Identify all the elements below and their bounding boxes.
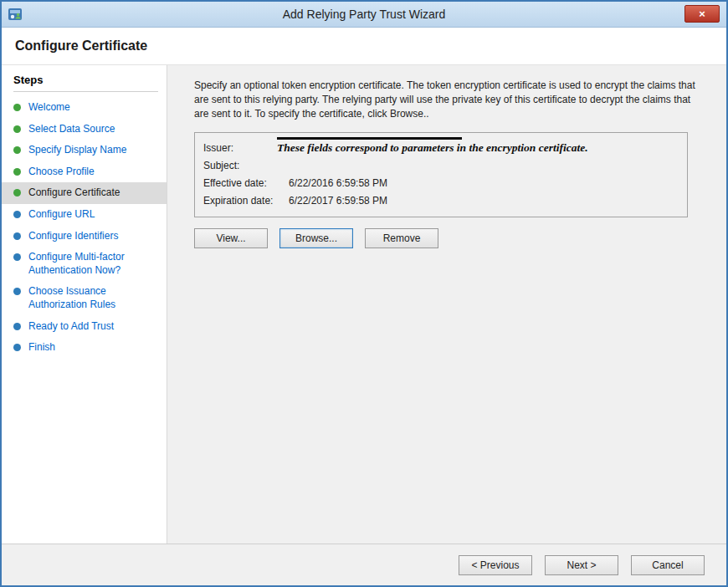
previous-button[interactable]: < Previous — [459, 555, 532, 575]
expiration-date-row: Expiration date: 6/22/2017 6:59:58 PM — [203, 192, 679, 210]
steps-header: Steps — [13, 74, 158, 92]
step-label: Ready to Add Trust — [28, 320, 114, 334]
step-label: Welcome — [28, 101, 70, 115]
step-label: Choose Profile — [28, 166, 95, 179]
step-label: Specify Display Name — [28, 144, 126, 157]
window-title: Add Relying Party Trust Wizard — [2, 8, 726, 21]
step-complete-dot — [13, 146, 21, 154]
step-complete-dot — [13, 104, 21, 111]
content-area: Specify an optional token encryption cer… — [167, 65, 726, 544]
subject-label: Subject: — [203, 157, 289, 175]
wizard-window: Add Relying Party Trust Wizard × Configu… — [0, 0, 728, 587]
steps-list: WelcomeSelect Data SourceSpecify Display… — [2, 97, 167, 359]
step-label: Select Data Source — [28, 123, 115, 136]
step-label: Configure Multi-factor Authentication No… — [28, 251, 158, 277]
subject-value — [289, 157, 679, 175]
description-text: Specify an optional token encryption cer… — [194, 79, 706, 120]
step-item-select-data-source: Select Data Source — [2, 119, 167, 140]
certificate-box: Issuer: Subject: Effective date: 6/22/20… — [194, 132, 688, 217]
titlebar[interactable]: Add Relying Party Trust Wizard × — [2, 2, 726, 28]
cancel-button[interactable]: Cancel — [631, 555, 705, 575]
step-item-configure-multi-factor-authentication-now: Configure Multi-factor Authentication No… — [2, 247, 167, 281]
app-icon — [8, 7, 23, 22]
step-pending-dot — [13, 232, 21, 240]
certificate-actions: View... Browse... Remove — [194, 228, 710, 248]
step-pending-dot — [13, 288, 21, 295]
effective-date-value: 6/22/2016 6:59:58 PM — [289, 175, 679, 192]
issuer-label: Issuer: — [203, 140, 289, 157]
footer-bar: < Previous Next > Cancel — [2, 544, 726, 585]
expiration-date-value: 6/22/2017 6:59:58 PM — [289, 192, 679, 210]
step-label: Configure URL — [28, 208, 95, 222]
step-label: Configure Identifiers — [28, 230, 118, 243]
browse-button[interactable]: Browse... — [279, 228, 353, 248]
step-item-configure-url: Configure URL — [2, 204, 167, 226]
step-pending-dot — [13, 323, 21, 330]
effective-date-row: Effective date: 6/22/2016 6:59:58 PM — [203, 175, 679, 192]
step-item-configure-identifiers: Configure Identifiers — [2, 226, 167, 248]
step-pending-dot — [13, 211, 21, 218]
view-button[interactable]: View... — [194, 228, 268, 248]
step-item-configure-certificate: Configure Certificate — [2, 182, 167, 204]
step-item-specify-display-name: Specify Display Name — [2, 140, 167, 161]
step-item-welcome: Welcome — [2, 97, 167, 119]
next-button[interactable]: Next > — [545, 555, 618, 575]
redaction-line — [277, 137, 462, 140]
step-complete-dot — [13, 168, 21, 176]
step-label: Configure Certificate — [28, 186, 120, 200]
page-title: Configure Certificate — [15, 38, 147, 54]
close-button[interactable]: × — [684, 5, 720, 23]
step-label: Choose Issuance Authorization Rules — [28, 285, 158, 311]
step-pending-dot — [13, 253, 21, 261]
page-header: Configure Certificate — [2, 28, 726, 65]
step-pending-dot — [13, 344, 21, 351]
step-item-choose-profile: Choose Profile — [2, 161, 167, 183]
step-item-choose-issuance-authorization-rules: Choose Issuance Authorization Rules — [2, 281, 167, 315]
step-complete-dot — [13, 125, 21, 133]
wizard-body: Steps WelcomeSelect Data SourceSpecify D… — [2, 65, 726, 544]
steps-sidebar: Steps WelcomeSelect Data SourceSpecify D… — [2, 65, 167, 544]
step-label: Finish — [28, 341, 55, 355]
expiration-date-label: Expiration date: — [203, 192, 289, 210]
subject-row: Subject: — [203, 157, 679, 175]
step-complete-dot — [13, 189, 21, 197]
remove-button[interactable]: Remove — [365, 228, 438, 248]
effective-date-label: Effective date: — [203, 175, 289, 192]
step-item-finish: Finish — [2, 337, 167, 359]
step-item-ready-to-add-trust: Ready to Add Trust — [2, 316, 167, 338]
annotation-note: These fields correspond to parameters in… — [277, 141, 677, 155]
